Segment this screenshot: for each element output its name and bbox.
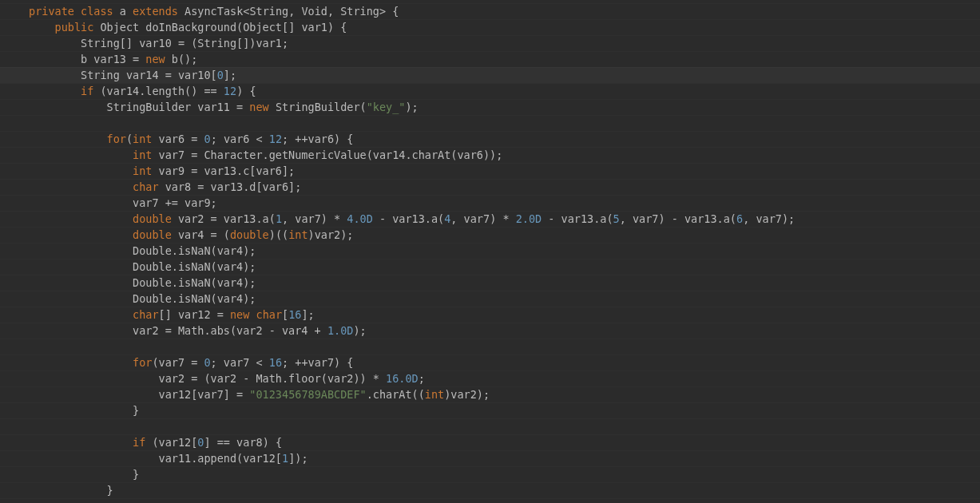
code-line: int var9 = var13.c[var6]; <box>0 163 980 179</box>
code-line: int var7 = Character.getNumericValue(var… <box>0 147 980 163</box>
code-line: var11.append(var12[1]); <box>0 450 980 466</box>
code-line: Double.isNaN(var4); <box>0 259 980 275</box>
code-line: double var2 = var13.a(1, var7) * 4.0D - … <box>0 211 980 227</box>
code-line: private class a extends AsyncTask<String… <box>0 3 980 19</box>
code-line: for(int var6 = 0; var6 < 12; ++var6) { <box>0 131 980 147</box>
code-line <box>0 339 980 354</box>
code-line: var7 += var9; <box>0 195 980 211</box>
code-line: double var4 = (double)((int)var2); <box>0 227 980 243</box>
code-editor[interactable]: private class a extends AsyncTask<String… <box>0 0 980 498</box>
code-line: if (var14.length() == 12) { <box>0 83 980 99</box>
code-line: String[] var10 = (String[])var1; <box>0 35 980 51</box>
code-line: Double.isNaN(var4); <box>0 291 980 307</box>
code-line: var12[var7] = "0123456789ABCDEF".charAt(… <box>0 386 980 402</box>
code-line: for(var7 = 0; var7 < 16; ++var7) { <box>0 354 980 370</box>
code-line: char var8 = var13.d[var6]; <box>0 179 980 195</box>
code-line: String var14 = var10[0]; <box>0 67 980 83</box>
code-line: Double.isNaN(var4); <box>0 275 980 291</box>
code-line: Double.isNaN(var4); <box>0 243 980 259</box>
code-line: StringBuilder var11 = new StringBuilder(… <box>0 99 980 115</box>
code-line: } <box>0 402 980 418</box>
code-line: var2 = (var2 - Math.floor(var2)) * 16.0D… <box>0 370 980 386</box>
code-line: var2 = Math.abs(var2 - var4 + 1.0D); <box>0 323 980 339</box>
code-line: public Object doInBackground(Object[] va… <box>0 19 980 35</box>
code-line <box>0 418 980 434</box>
code-line: } <box>0 482 980 498</box>
code-line: if (var12[0] == var8) { <box>0 434 980 450</box>
code-line <box>0 115 980 131</box>
code-line: char[] var12 = new char[16]; <box>0 307 980 323</box>
code-line: } <box>0 466 980 482</box>
code-line: b var13 = new b(); <box>0 51 980 67</box>
